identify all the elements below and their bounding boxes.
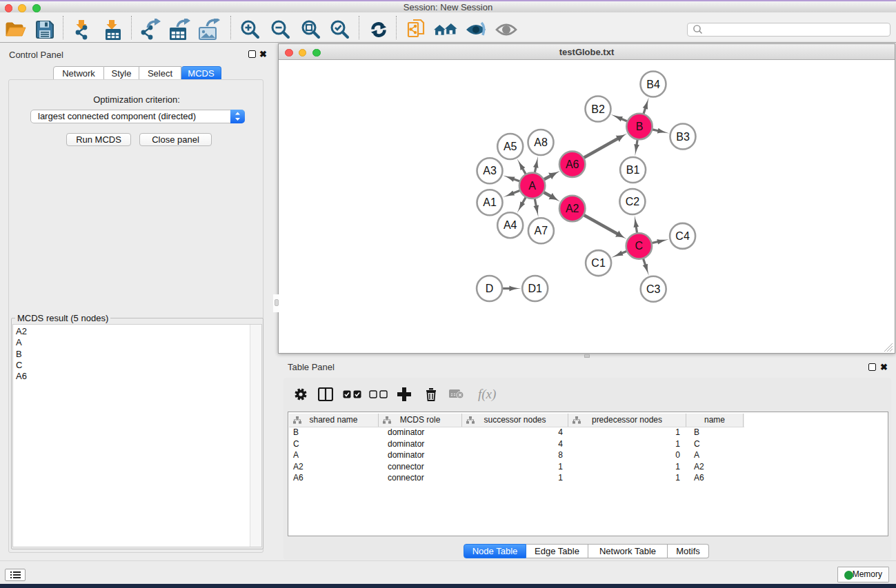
svg-text:A2: A2 [566, 203, 579, 214]
svg-text:B: B [636, 121, 644, 132]
svg-text:A1: A1 [483, 196, 497, 208]
svg-text:A: A [528, 180, 536, 192]
svg-text:C4: C4 [675, 230, 690, 242]
svg-text:A3: A3 [483, 165, 497, 176]
svg-text:A7: A7 [535, 225, 548, 236]
svg-text:B3: B3 [676, 131, 690, 143]
svg-text:B2: B2 [591, 103, 605, 115]
svg-text:A5: A5 [504, 141, 517, 152]
svg-text:B4: B4 [646, 79, 660, 90]
svg-text:C2: C2 [626, 196, 640, 207]
svg-text:A6: A6 [566, 159, 579, 170]
svg-text:C3: C3 [646, 283, 661, 295]
svg-text:D: D [486, 283, 494, 294]
svg-text:C1: C1 [591, 257, 606, 269]
svg-text:A4: A4 [504, 219, 517, 231]
svg-text:B1: B1 [626, 164, 640, 176]
svg-text:A8: A8 [534, 136, 548, 148]
svg-text:C: C [635, 240, 644, 252]
svg-text:D1: D1 [528, 283, 542, 294]
